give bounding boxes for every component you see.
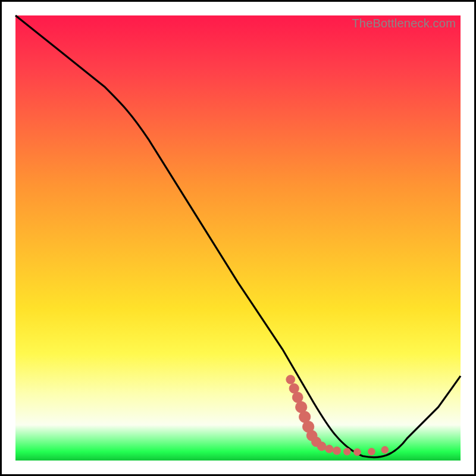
- plot-area: TheBottleneck.com: [15, 15, 461, 461]
- chart-frame: TheBottleneck.com: [0, 0, 476, 476]
- highlight-dot: [368, 448, 375, 455]
- bottleneck-curve-path: [15, 15, 461, 458]
- highlight-point-group: [286, 375, 389, 455]
- highlight-dot: [317, 442, 326, 451]
- highlight-dot: [292, 392, 303, 403]
- highlight-dot: [333, 447, 340, 455]
- highlight-dot: [286, 375, 295, 384]
- highlight-dot: [381, 446, 389, 453]
- chart-svg: [15, 15, 461, 461]
- highlight-dot: [325, 445, 333, 453]
- highlight-dot: [353, 449, 361, 456]
- highlight-dot: [343, 448, 350, 455]
